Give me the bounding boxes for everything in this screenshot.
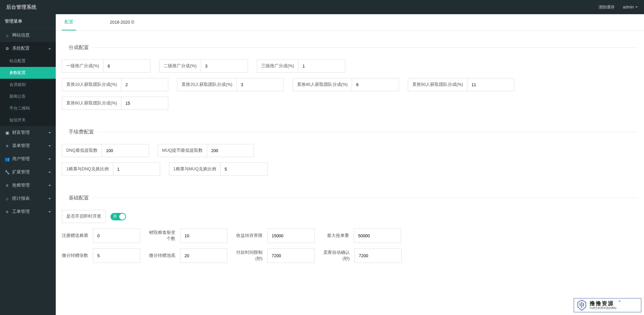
home-icon: ⌂ xyxy=(5,196,9,201)
label-profit-limit: 收益转存界限 xyxy=(236,228,267,243)
sidebar-sub-sms[interactable]: 短信开关 xyxy=(0,114,56,126)
input-max-order[interactable] xyxy=(354,228,401,243)
watermark-main: 撸撸资源 xyxy=(590,301,617,306)
wallet-icon: ▣ xyxy=(5,130,9,135)
brand-title: 后台管理系统 xyxy=(6,4,36,10)
top-navbar: 后台管理系统 清除缓存 admin xyxy=(0,0,644,14)
chevron-down-icon xyxy=(48,185,51,186)
sidebar-item-users[interactable]: 👥用户管理 xyxy=(0,152,56,166)
clear-cache-link[interactable]: 清除缓存 xyxy=(598,4,615,10)
sidebar-item-menu[interactable]: ≡菜单管理 xyxy=(0,139,56,152)
sidebar-sub-news[interactable]: 新闻公告 xyxy=(0,91,56,102)
sidebar: 管理菜单 ⌂网站信息 ⚙系统配置 站点配置 参数配置 会员级别 新闻公告 平台二… xyxy=(0,14,56,315)
label-auto-confirm: 卖家自动确认(秒) xyxy=(323,248,354,263)
main-content: 配置 2018-2020 © 分成配置 一级推广分成(%) 二级推广分成(%) … xyxy=(56,14,644,315)
input-pay-timeout[interactable] xyxy=(267,248,315,263)
input-level2[interactable] xyxy=(201,59,248,73)
label-direct40: 直推40人获取团队分成(%) xyxy=(293,78,352,91)
input-level3[interactable] xyxy=(298,59,345,73)
input-micro-multi[interactable] xyxy=(93,248,140,263)
caret-down-icon xyxy=(635,6,638,8)
legend-commission: 分成配置 xyxy=(62,44,92,51)
sidebar-sub-qrcode[interactable]: 平台二维码 xyxy=(0,102,56,114)
watermark-sub: 白嫖互联网资源的网站 xyxy=(590,307,617,310)
label-level2: 二级推广分成(%) xyxy=(159,59,200,73)
sidebar-item-extensions[interactable]: 🔧扩展管理 xyxy=(0,166,56,179)
section-basic: 基础配置 是否开启即时开奖 开 注册赠送粮票 销毁粮食裂变个数 收益转存界限 最… xyxy=(62,195,638,268)
label-max-order: 最大抢单量 xyxy=(323,228,354,243)
input-muq-min[interactable] xyxy=(207,144,254,157)
label-direct50: 直推50人获取团队分成(%) xyxy=(408,78,467,91)
sidebar-item-wealth[interactable]: ▣财富管理 xyxy=(0,126,56,139)
wrench-icon: 🔧 xyxy=(5,170,9,175)
sidebar-item-reports[interactable]: ⌂统计报表 xyxy=(0,192,56,205)
chevron-down-icon xyxy=(48,172,51,173)
sidebar-sub-site-config[interactable]: 站点配置 xyxy=(0,55,56,67)
label-dnq-min: DNQ最低提取数 xyxy=(62,144,102,157)
label-register-gift: 注册赠送粮票 xyxy=(62,228,93,243)
label-destroy-split: 销毁粮食裂变个数 xyxy=(149,228,180,243)
label-instant-lottery: 是否开启即时开奖 xyxy=(62,210,106,223)
input-dnq-min[interactable] xyxy=(102,144,149,157)
label-direct60: 直推60人获取团队分成(%) xyxy=(62,97,121,110)
legend-fee: 手续费配置 xyxy=(62,129,97,135)
sidebar-item-site-info[interactable]: ⌂网站信息 xyxy=(0,29,56,42)
user-menu[interactable]: admin xyxy=(623,5,638,9)
sidebar-item-grab[interactable]: ≡抢粮管理 xyxy=(0,179,56,192)
input-auto-confirm[interactable] xyxy=(354,248,402,263)
list-icon: ≡ xyxy=(5,144,9,148)
label-micro-multi: 微分转赠倍数 xyxy=(62,248,93,263)
label-ratio-muq: 1粮票与MUQ兑换比例 xyxy=(169,163,220,176)
switch-knob-icon xyxy=(119,214,125,220)
label-level3: 三级推广分成(%) xyxy=(257,59,298,73)
section-commission: 分成配置 一级推广分成(%) 二级推广分成(%) 三级推广分成(%) 直推10人… xyxy=(62,44,638,115)
sidebar-sub-member-level[interactable]: 会员级别 xyxy=(0,79,56,91)
home-icon: ⌂ xyxy=(5,33,9,38)
chevron-up-icon xyxy=(48,48,51,49)
label-ratio-dnq: 1粮票与DNQ兑换比例 xyxy=(62,163,113,176)
label-level1: 一级推广分成(%) xyxy=(62,59,103,73)
input-direct60[interactable] xyxy=(121,97,168,110)
input-profit-limit[interactable] xyxy=(267,228,315,243)
input-direct50[interactable] xyxy=(467,78,514,91)
chevron-down-icon xyxy=(48,145,51,147)
chevron-down-icon xyxy=(48,198,51,199)
section-fee: 手续费配置 DNQ最低提取数 MUQ提币最低提取数 1粮票与DNQ兑换比例 1粮… xyxy=(62,129,638,181)
toggle-instant-lottery[interactable]: 开 xyxy=(110,213,126,220)
users-icon: 👥 xyxy=(5,157,9,162)
tabs-bar: 配置 2018-2020 © xyxy=(56,14,644,31)
registered-icon: ® xyxy=(619,300,621,303)
watermark-logo: 撸撸资源 白嫖互联网资源的网站 ® xyxy=(574,298,641,312)
input-register-gift[interactable] xyxy=(93,228,140,243)
input-ratio-muq[interactable] xyxy=(220,163,268,176)
input-destroy-split[interactable] xyxy=(180,228,227,243)
input-direct20[interactable] xyxy=(237,78,284,91)
chevron-down-icon xyxy=(48,211,51,213)
copyright-text: 2018-2020 © xyxy=(110,20,134,25)
chevron-down-icon xyxy=(48,159,51,160)
watermark-icon xyxy=(576,299,588,311)
list-icon: ≡ xyxy=(5,210,9,214)
tab-config[interactable]: 配置 xyxy=(62,14,76,30)
list-icon: ≡ xyxy=(5,183,9,188)
legend-basic: 基础配置 xyxy=(62,195,92,201)
input-level1[interactable] xyxy=(103,59,150,73)
cogs-icon: ⚙ xyxy=(5,46,9,51)
sidebar-item-tickets[interactable]: ≡工单管理 xyxy=(0,205,56,218)
label-pay-timeout: 付款时间限制(秒) xyxy=(236,248,267,263)
sidebar-sub-param-config[interactable]: 参数配置 xyxy=(0,67,56,79)
label-micro-base: 微分转赠池底 xyxy=(149,248,180,263)
input-micro-base[interactable] xyxy=(180,248,227,263)
chevron-down-icon xyxy=(48,132,51,134)
label-muq-min: MUQ提币最低提取数 xyxy=(158,144,207,157)
label-direct20: 直推20人获取团队分成(%) xyxy=(177,78,236,91)
sidebar-heading: 管理菜单 xyxy=(0,14,56,29)
label-direct10: 直推10人获取团队分成(%) xyxy=(62,78,121,91)
input-ratio-dnq[interactable] xyxy=(113,163,160,176)
input-direct10[interactable] xyxy=(121,78,168,91)
sidebar-item-system-config[interactable]: ⚙系统配置 xyxy=(0,42,56,55)
input-direct40[interactable] xyxy=(352,78,399,91)
